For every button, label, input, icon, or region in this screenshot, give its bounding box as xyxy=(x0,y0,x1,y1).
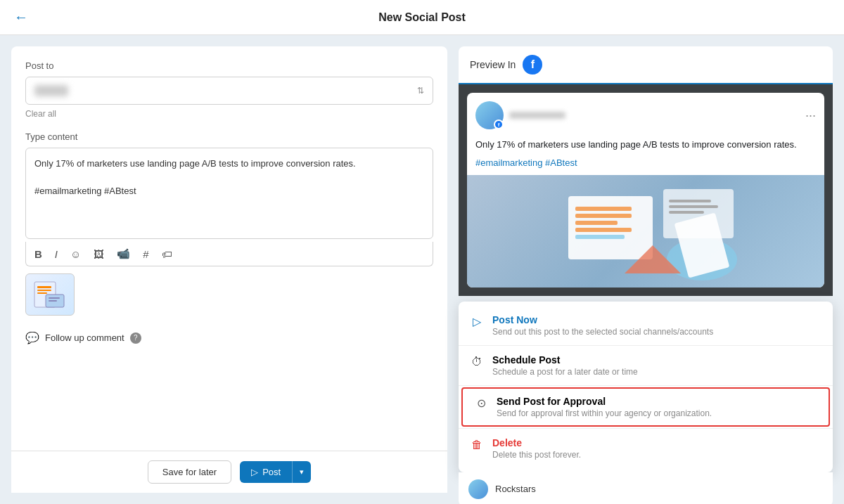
bottom-bar: Save for later ▷ Post ▾ xyxy=(11,451,447,493)
menu-text-schedule: Schedule Post Schedule a post for a late… xyxy=(492,354,638,377)
svg-rect-12 xyxy=(575,235,625,239)
menu-text-post-now: Post Now Send out this post to the selec… xyxy=(492,314,713,337)
post-button-group: ▷ Post ▾ xyxy=(240,461,311,483)
svg-rect-6 xyxy=(49,300,57,302)
attachment-preview xyxy=(25,273,75,316)
clear-all-link[interactable]: Clear all xyxy=(25,109,433,119)
svg-rect-11 xyxy=(575,228,632,232)
fb-badge: f xyxy=(494,119,504,129)
svg-rect-14 xyxy=(669,200,711,202)
post-now-title: Post Now xyxy=(492,314,713,325)
fb-avatar: f xyxy=(475,101,504,129)
rockstars-label: Rockstars xyxy=(495,484,536,494)
post-dropdown-button[interactable]: ▾ xyxy=(292,461,311,483)
hashtag-button[interactable]: # xyxy=(141,247,150,261)
post-to-select[interactable]: ⇅ xyxy=(25,77,433,105)
menu-divider-1 xyxy=(459,345,833,346)
video-button[interactable]: 📹 xyxy=(115,246,132,261)
fb-image-area xyxy=(467,175,824,287)
menu-divider-3 xyxy=(459,428,833,429)
svg-rect-10 xyxy=(575,221,618,225)
fb-post-header: f ··· xyxy=(467,93,824,134)
bold-button[interactable]: B xyxy=(33,247,44,261)
page-title: New Social Post xyxy=(378,11,466,24)
post-button[interactable]: ▷ Post xyxy=(240,461,292,483)
account-avatar xyxy=(34,85,68,96)
comment-icon: 💬 xyxy=(25,331,39,344)
menu-item-delete[interactable]: 🗑 Delete Delete this post forever. xyxy=(459,430,833,467)
post-to-label: Post to xyxy=(25,60,433,71)
facebook-icon[interactable]: f xyxy=(523,55,542,75)
save-later-button[interactable]: Save for later xyxy=(148,460,231,484)
content-label: Type content xyxy=(25,131,433,142)
dropdown-menu: ▷ Post Now Send out this post to the sel… xyxy=(459,302,833,472)
rockstars-bar: Rockstars xyxy=(459,472,833,505)
approval-subtitle: Send for approval first within your agen… xyxy=(497,408,712,418)
image-button[interactable]: 🖼 xyxy=(92,247,106,261)
chevron-updown-icon: ⇅ xyxy=(417,86,424,96)
follow-up-label: Follow up comment xyxy=(45,332,124,343)
fb-username-blur xyxy=(509,112,565,119)
fb-hashtags: #emailmarketing #ABtest xyxy=(467,157,824,175)
svg-rect-16 xyxy=(669,211,704,214)
svg-rect-15 xyxy=(669,205,718,208)
approval-icon: ⊙ xyxy=(474,396,488,411)
menu-item-post-now[interactable]: ▷ Post Now Send out this post to the sel… xyxy=(459,307,833,344)
preview-header: Preview In f xyxy=(459,46,833,84)
left-panel: Post to ⇅ Clear all Type content Only 17… xyxy=(11,46,447,493)
send-icon: ▷ xyxy=(251,467,258,477)
svg-rect-8 xyxy=(575,207,632,211)
italic-button[interactable]: I xyxy=(53,247,59,261)
preview-in-label: Preview In xyxy=(470,59,516,70)
content-section: Type content Only 17% of marketers use l… xyxy=(25,131,433,316)
emoji-button[interactable]: ☺ xyxy=(69,247,82,261)
svg-rect-3 xyxy=(37,292,47,294)
help-icon[interactable]: ? xyxy=(130,332,141,344)
fb-preview-card: f ··· Only 17% of marketers use landing … xyxy=(459,84,833,296)
menu-text-delete: Delete Delete this post forever. xyxy=(492,437,581,460)
approval-title: Send Post for Approval xyxy=(497,396,712,407)
right-panel: Preview In f f ··· Only 17% of market xyxy=(459,46,833,493)
menu-divider-2 xyxy=(459,385,833,386)
schedule-title: Schedule Post xyxy=(492,354,638,366)
svg-rect-9 xyxy=(575,214,632,218)
tag-button[interactable]: 🏷 xyxy=(160,247,174,261)
top-nav: ← New Social Post xyxy=(0,0,844,35)
svg-rect-2 xyxy=(37,290,51,291)
svg-rect-1 xyxy=(37,286,51,288)
fb-post-text: Only 17% of marketers use landing page A… xyxy=(467,134,824,157)
fb-more-button[interactable]: ··· xyxy=(805,108,816,123)
content-textarea[interactable]: Only 17% of marketers use landing page A… xyxy=(25,148,433,239)
menu-item-approval[interactable]: ⊙ Send Post for Approval Send for approv… xyxy=(461,387,830,427)
delete-title: Delete xyxy=(492,437,581,448)
delete-icon: 🗑 xyxy=(470,438,484,452)
rockstars-avatar xyxy=(468,479,488,499)
schedule-subtitle: Schedule a post for a later date or time xyxy=(492,367,638,377)
formatting-toolbar: B I ☺ 🖼 📹 # 🏷 xyxy=(25,242,433,266)
fb-post-inner: f ··· Only 17% of marketers use landing … xyxy=(467,93,824,287)
svg-rect-5 xyxy=(49,297,60,299)
main-area: Post to ⇅ Clear all Type content Only 17… xyxy=(0,35,844,504)
menu-text-approval: Send Post for Approval Send for approval… xyxy=(497,396,712,418)
fb-user-info xyxy=(509,112,805,119)
post-now-subtitle: Send out this post to the selected socia… xyxy=(492,327,713,337)
follow-up-section: 💬 Follow up comment ? xyxy=(25,331,433,344)
schedule-icon: ⏱ xyxy=(470,355,484,369)
back-button[interactable]: ← xyxy=(14,9,28,25)
menu-item-schedule[interactable]: ⏱ Schedule Post Schedule a post for a la… xyxy=(459,347,833,384)
delete-subtitle: Delete this post forever. xyxy=(492,450,581,460)
post-now-icon: ▷ xyxy=(470,315,484,329)
